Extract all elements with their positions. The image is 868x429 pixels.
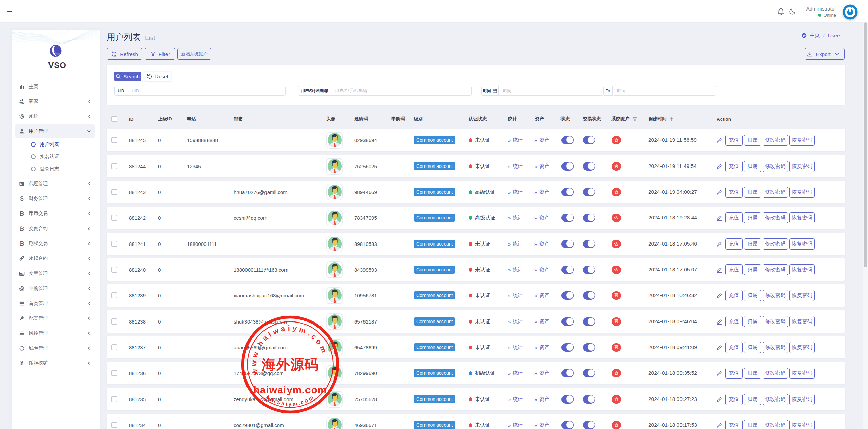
svg-text:海外源码: 海外源码 bbox=[261, 357, 319, 372]
svg-text:haiwaiym.com: haiwaiym.com bbox=[253, 384, 327, 395]
svg-text:haiwaiym.com: haiwaiym.com bbox=[265, 394, 315, 407]
